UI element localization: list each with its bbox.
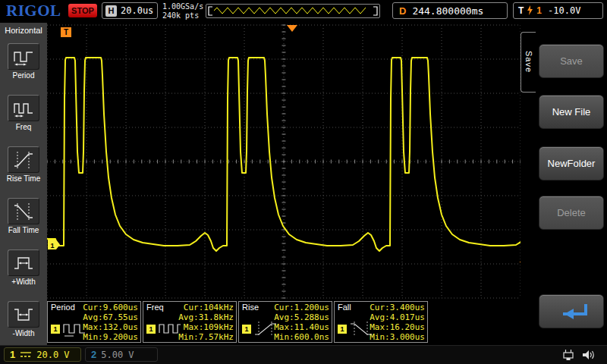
status-bar: 1 20.0 V 2 5.00 V bbox=[0, 345, 607, 364]
channel2-indicator[interactable]: 2 5.00 V bbox=[85, 347, 158, 362]
channel1-indicator[interactable]: 1 20.0 V bbox=[4, 347, 81, 362]
acquisition-info: 1.00GSa/s 240k pts bbox=[162, 2, 203, 20]
menu-item-label: Rise Time bbox=[7, 174, 40, 183]
freq-meas-icon bbox=[158, 321, 182, 337]
measurement-max: Max:11.40us bbox=[274, 322, 329, 332]
measurement-name: Period bbox=[51, 303, 75, 312]
trigger-label: T bbox=[518, 5, 524, 16]
measurement-cur: Cur:1.200us bbox=[274, 303, 329, 312]
source-badge: 1 bbox=[146, 325, 156, 334]
measurement-cur: Cur:104kHz bbox=[184, 303, 234, 312]
measurement-avg: Avg:4.017us bbox=[370, 312, 425, 322]
horizontal-label: H bbox=[105, 5, 117, 17]
channel2-scale: 5.00 V bbox=[101, 350, 134, 360]
rise-meas-icon bbox=[253, 321, 278, 337]
new-file-button[interactable]: New File bbox=[539, 95, 604, 129]
trigger-time-marker: T bbox=[61, 27, 71, 37]
graticule-ticks bbox=[47, 25, 521, 298]
measurement-name: Freq bbox=[146, 303, 164, 312]
return-arrow-icon bbox=[551, 302, 592, 322]
sample-rate: 1.00GSa/s bbox=[162, 2, 203, 11]
measurement-max: Max:16.20us bbox=[370, 322, 425, 332]
measurement-cur: Cur:9.600us bbox=[83, 303, 138, 312]
channel1-level-marker[interactable]: 1 bbox=[48, 240, 60, 249]
rise-time-icon bbox=[8, 146, 39, 173]
timebase-value: 20.0us bbox=[121, 5, 153, 16]
fall-meas-icon bbox=[349, 321, 373, 337]
period-icon bbox=[8, 43, 39, 70]
horizontal-timebase-box[interactable]: H 20.0us bbox=[102, 2, 158, 19]
back-button[interactable] bbox=[539, 294, 604, 328]
menu-item-label: Freq bbox=[16, 123, 32, 131]
source-badge: 1 bbox=[338, 325, 347, 334]
measurement-max: Max:132.0us bbox=[83, 322, 138, 332]
usb-icon bbox=[562, 349, 575, 361]
display-area: T 1 T Period Cur:9.600us Avg:67.55us Max… bbox=[47, 23, 521, 345]
measurement-min: Min:600.0ns bbox=[274, 332, 329, 342]
measurement-period[interactable]: Period Cur:9.600us Avg:67.55us Max:132.0… bbox=[47, 301, 141, 343]
menu-item-label: Period bbox=[13, 71, 35, 80]
measurement-avg: Avg:5.288us bbox=[274, 312, 329, 322]
measurement-name: Rise bbox=[242, 303, 259, 312]
svg-text:1: 1 bbox=[50, 242, 54, 249]
measurement-row: Period Cur:9.600us Avg:67.55us Max:132.0… bbox=[47, 301, 428, 343]
memory-depth: 240k pts bbox=[162, 11, 203, 20]
trigger-source: 1 bbox=[536, 5, 542, 16]
menu-page-tab: Save bbox=[521, 32, 536, 93]
top-bar: RIGOL STOP H 20.0us 1.00GSa/s 240k pts D… bbox=[0, 0, 607, 23]
left-menu: Horizontal Period F bbox=[0, 23, 47, 345]
channel2-number: 2 bbox=[91, 349, 96, 360]
trigger-box[interactable]: T 1 -10.0V bbox=[513, 2, 603, 19]
pos-width-icon bbox=[8, 249, 39, 276]
measurement-freq[interactable]: Freq Cur:104kHz Avg:31.8kHz Max:109kHz M… bbox=[143, 301, 237, 343]
fall-time-icon bbox=[8, 198, 39, 224]
measurement-min: Min:7.57kHz bbox=[178, 332, 234, 342]
save-button[interactable]: Save bbox=[539, 44, 604, 78]
channel1-scale: 20.0 V bbox=[36, 350, 69, 360]
source-badge: 1 bbox=[51, 325, 60, 334]
trigger-level-value: -10.0V bbox=[548, 5, 580, 16]
graticule-and-waveform: T 1 T bbox=[47, 23, 521, 345]
preview-waveform-icon bbox=[206, 5, 379, 17]
new-folder-button[interactable]: NewFolder bbox=[539, 146, 604, 180]
trigger-position-marker[interactable] bbox=[287, 25, 297, 32]
waveform-preview-strip[interactable] bbox=[206, 4, 380, 18]
delay-value: 244.800000ms bbox=[412, 5, 483, 17]
menu-item-label: Fall Time bbox=[8, 226, 39, 234]
svg-text:T: T bbox=[64, 28, 68, 36]
measurement-min: Min:3.000us bbox=[370, 332, 425, 342]
neg-width-icon bbox=[8, 301, 39, 328]
source-badge: 1 bbox=[242, 325, 251, 334]
measurement-avg: Avg:31.8kHz bbox=[178, 312, 234, 322]
delete-button[interactable]: Delete bbox=[539, 196, 604, 230]
menu-item-label: +Width bbox=[11, 278, 35, 286]
measurement-min: Min:9.200us bbox=[83, 332, 138, 342]
measurement-max: Max:109kHz bbox=[184, 322, 234, 332]
dc-coupling-icon bbox=[20, 350, 32, 359]
run-state-badge[interactable]: STOP bbox=[68, 4, 97, 17]
menu-item-fall-time[interactable]: Fall Time bbox=[0, 190, 47, 242]
menu-item-period[interactable]: Period bbox=[0, 36, 47, 87]
channel1-number: 1 bbox=[10, 349, 15, 360]
menu-item-neg-width[interactable]: -Width bbox=[0, 293, 47, 345]
oscilloscope-ui: RIGOL STOP H 20.0us 1.00GSa/s 240k pts D… bbox=[0, 0, 607, 364]
right-menu: Save Save New File NewFolder Delete bbox=[521, 23, 607, 345]
measurement-name: Fall bbox=[338, 303, 351, 312]
menu-item-label: -Width bbox=[13, 329, 35, 337]
delay-box[interactable]: D 244.800000ms bbox=[392, 2, 508, 19]
measurement-rise[interactable]: Rise Cur:1.200us Avg:5.288us Max:11.40us… bbox=[238, 301, 332, 343]
menu-item-rise-time[interactable]: Rise Time bbox=[0, 139, 47, 190]
freq-icon bbox=[8, 95, 39, 121]
brand-logo: RIGOL bbox=[6, 2, 61, 20]
trigger-slope-icon bbox=[527, 5, 533, 16]
left-menu-title: Horizontal bbox=[0, 23, 47, 36]
menu-item-pos-width[interactable]: +Width bbox=[0, 242, 47, 293]
measurement-avg: Avg:67.55us bbox=[83, 312, 138, 322]
measurement-cur: Cur:3.400us bbox=[370, 303, 425, 312]
period-meas-icon bbox=[62, 321, 86, 337]
measurement-fall[interactable]: Fall Cur:3.400us Avg:4.017us Max:16.20us… bbox=[334, 301, 428, 343]
delay-label: D bbox=[399, 5, 406, 17]
menu-item-freq[interactable]: Freq bbox=[0, 87, 47, 139]
speaker-icon[interactable] bbox=[582, 349, 596, 361]
